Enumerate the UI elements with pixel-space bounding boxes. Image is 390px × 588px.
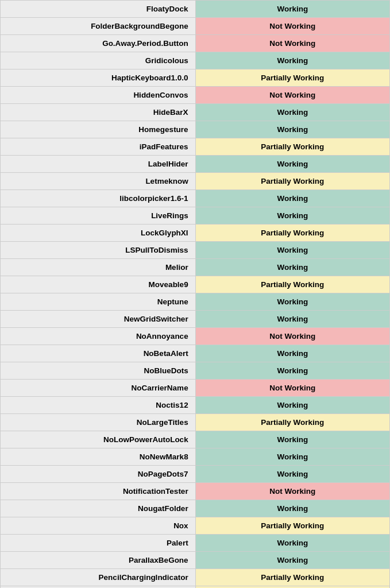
table-row: GridicolousWorking <box>1 52 390 69</box>
tweak-name: NoLowPowerAutoLock <box>1 431 196 448</box>
tweak-status: Working <box>195 448 389 466</box>
tweak-status: Working <box>195 431 389 448</box>
tweak-status: Partially Working <box>195 586 389 589</box>
tweak-status: Not Working <box>195 380 389 397</box>
table-row: NoLargeTitlesPartially Working <box>1 414 390 431</box>
table-row: LSPullToDismissWorking <box>1 242 390 259</box>
tweak-status: Partially Working <box>195 517 389 535</box>
table-row: NoAnnoyanceNot Working <box>1 328 390 345</box>
table-row: MeliorWorking <box>1 259 390 276</box>
tweak-status: Working <box>195 466 389 483</box>
tweak-status: Working <box>195 552 389 569</box>
table-row: NotificationTesterNot Working <box>1 483 390 500</box>
tweak-status: Working <box>195 121 389 138</box>
tweak-name: PokeCall <box>1 586 196 589</box>
tweak-status: Not Working <box>195 18 389 35</box>
table-row: NeptuneWorking <box>1 293 390 311</box>
tweak-name: Moveable9 <box>1 276 196 293</box>
table-row: LabelHiderWorking <box>1 156 390 173</box>
tweak-status: Working <box>195 104 389 121</box>
tweak-name: NoNewMark8 <box>1 448 196 466</box>
tweak-name: Neptune <box>1 293 196 311</box>
table-row: Noctis12Working <box>1 397 390 414</box>
tweak-status: Partially Working <box>195 276 389 293</box>
tweak-status: Not Working <box>195 328 389 345</box>
tweak-name: Go.Away.Period.Button <box>1 35 196 52</box>
table-row: HiddenConvosNot Working <box>1 87 390 104</box>
tweak-name: libcolorpicker1.6-1 <box>1 190 196 207</box>
tweak-status: Working <box>195 345 389 362</box>
table-row: PokeCallPartially Working <box>1 586 390 589</box>
tweak-status: Working <box>195 207 389 225</box>
tweak-name: iPadFeatures <box>1 138 196 156</box>
tweak-status: Working <box>195 156 389 173</box>
tweak-name: Gridicolous <box>1 52 196 69</box>
compatibility-table: FloatyDockWorkingFolderBackgroundBegoneN… <box>0 0 390 588</box>
tweak-name: NoLargeTitles <box>1 414 196 431</box>
tweak-status: Partially Working <box>195 69 389 87</box>
table-row: iPadFeaturesPartially Working <box>1 138 390 156</box>
tweak-status: Partially Working <box>195 225 389 242</box>
table-row: NoPageDots7Working <box>1 466 390 483</box>
tweak-status: Working <box>195 500 389 517</box>
tweak-name: NoPageDots7 <box>1 466 196 483</box>
tweak-name: NewGridSwitcher <box>1 311 196 328</box>
tweak-status: Working <box>195 362 389 380</box>
tweak-status: Working <box>195 190 389 207</box>
tweak-name: Letmeknow <box>1 173 196 190</box>
tweak-status: Working <box>195 311 389 328</box>
tweak-name: FolderBackgroundBegone <box>1 18 196 35</box>
tweak-status: Working <box>195 535 389 552</box>
tweak-name: FloatyDock <box>1 1 196 18</box>
tweak-name: LSPullToDismiss <box>1 242 196 259</box>
tweak-status: Not Working <box>195 35 389 52</box>
table-row: FolderBackgroundBegoneNot Working <box>1 18 390 35</box>
tweak-name: ParallaxBeGone <box>1 552 196 569</box>
table-row: NoBetaAlertWorking <box>1 345 390 362</box>
tweak-status: Working <box>195 52 389 69</box>
tweak-name: HapticKeyboard1.0.0 <box>1 69 196 87</box>
table-row: HideBarXWorking <box>1 104 390 121</box>
table-row: NoCarrierNameNot Working <box>1 380 390 397</box>
tweak-name: NoAnnoyance <box>1 328 196 345</box>
tweak-status: Not Working <box>195 87 389 104</box>
tweak-name: Noctis12 <box>1 397 196 414</box>
table-row: PalertWorking <box>1 535 390 552</box>
tweak-name: NotificationTester <box>1 483 196 500</box>
tweak-status: Partially Working <box>195 138 389 156</box>
table-row: NoNewMark8Working <box>1 448 390 466</box>
table-row: Go.Away.Period.ButtonNot Working <box>1 35 390 52</box>
table-row: NoxPartially Working <box>1 517 390 535</box>
tweak-status: Partially Working <box>195 414 389 431</box>
table-row: LockGlyphXIPartially Working <box>1 225 390 242</box>
tweak-name: PencilChargingIndicator <box>1 569 196 586</box>
tweak-name: NougatFolder <box>1 500 196 517</box>
table-row: Moveable9Partially Working <box>1 276 390 293</box>
tweak-name: NoBlueDots <box>1 362 196 380</box>
tweak-name: LabelHider <box>1 156 196 173</box>
tweak-status: Working <box>195 397 389 414</box>
table-row: libcolorpicker1.6-1Working <box>1 190 390 207</box>
table-row: NougatFolderWorking <box>1 500 390 517</box>
table-row: NoLowPowerAutoLockWorking <box>1 431 390 448</box>
tweak-name: Palert <box>1 535 196 552</box>
tweak-name: Homegesture <box>1 121 196 138</box>
tweak-name: Nox <box>1 517 196 535</box>
table-row: PencilChargingIndicatorPartially Working <box>1 569 390 586</box>
tweak-name: NoCarrierName <box>1 380 196 397</box>
tweak-name: LiveRings <box>1 207 196 225</box>
table-row: LiveRingsWorking <box>1 207 390 225</box>
tweak-status: Not Working <box>195 483 389 500</box>
tweak-name: NoBetaAlert <box>1 345 196 362</box>
table-row: ParallaxBeGoneWorking <box>1 552 390 569</box>
table-row: HomegestureWorking <box>1 121 390 138</box>
table-row: LetmeknowPartially Working <box>1 173 390 190</box>
tweak-status: Partially Working <box>195 569 389 586</box>
tweak-status: Working <box>195 259 389 276</box>
tweak-name: LockGlyphXI <box>1 225 196 242</box>
tweak-status: Working <box>195 293 389 311</box>
tweak-status: Partially Working <box>195 173 389 190</box>
tweak-status: Working <box>195 1 389 18</box>
tweak-name: HiddenConvos <box>1 87 196 104</box>
tweak-status: Working <box>195 242 389 259</box>
